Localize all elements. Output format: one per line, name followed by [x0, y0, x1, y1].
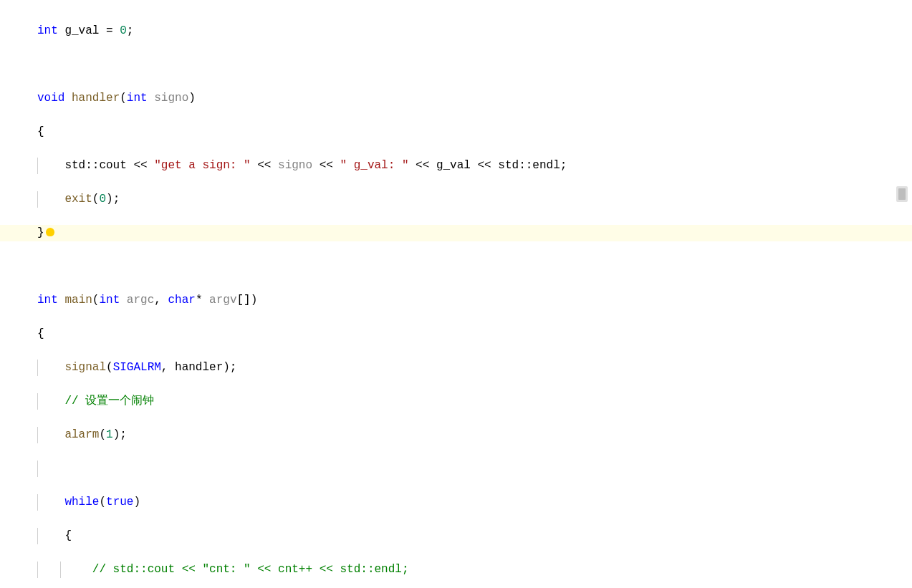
lightbulb-icon[interactable]: [46, 228, 54, 236]
code-editor[interactable]: int g_val = 0; void handler(int signo) {…: [0, 0, 912, 588]
minimap-indicator[interactable]: [896, 186, 908, 202]
code-line: signal(SIGALRM, handler);: [0, 360, 912, 377]
code-line: int g_val = 0;: [0, 23, 912, 40]
code-line: std::cout << "get a sign: " << signo << …: [0, 158, 912, 175]
screenshot-wrapper: int g_val = 0; void handler(int signo) {…: [0, 0, 912, 588]
code-line-highlighted: }: [0, 225, 912, 242]
code-line: {: [0, 528, 912, 545]
code-line: while(true): [0, 494, 912, 511]
code-line: void handler(int signo): [0, 90, 912, 107]
keyword-int: int: [37, 24, 58, 37]
code-line: exit(0);: [0, 191, 912, 208]
code-line: // std::cout << "cnt: " << cnt++ << std:…: [0, 562, 912, 579]
code-line: // 设置一个闹钟: [0, 393, 912, 410]
code-line: int main(int argc, char* argv[]): [0, 292, 912, 309]
code-line: {: [0, 124, 912, 141]
code-line: alarm(1);: [0, 427, 912, 444]
code-line: {: [0, 326, 912, 343]
code-line-blank: [0, 461, 912, 478]
code-line-blank: [0, 57, 912, 74]
code-line-blank: [0, 259, 912, 276]
